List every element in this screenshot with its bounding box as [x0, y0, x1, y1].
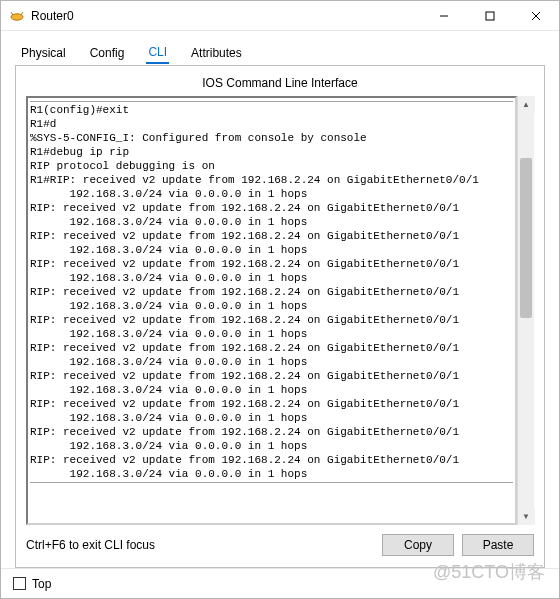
- terminal-line: 192.168.3.0/24 via 0.0.0.0 in 1 hops: [30, 383, 515, 397]
- terminal-line: RIP: received v2 update from 192.168.2.2…: [30, 453, 515, 467]
- tab-attributes[interactable]: Attributes: [189, 43, 244, 63]
- terminal-line: RIP: received v2 update from 192.168.2.2…: [30, 425, 515, 439]
- terminal-line: RIP: received v2 update from 192.168.2.2…: [30, 201, 515, 215]
- terminal-line: 192.168.3.0/24 via 0.0.0.0 in 1 hops: [30, 355, 515, 369]
- scroll-up-icon[interactable]: ▲: [518, 96, 535, 113]
- window-controls: [421, 1, 559, 30]
- cli-panel: IOS Command Line Interface R1(config)#ex…: [15, 65, 545, 568]
- terminal-line: 192.168.3.0/24 via 0.0.0.0 in 1 hops: [30, 411, 515, 425]
- svg-line-1: [11, 12, 13, 15]
- content-area: Physical Config CLI Attributes IOS Comma…: [1, 31, 559, 568]
- terminal-line: R1(config)#exit: [30, 103, 515, 117]
- window-title: Router0: [31, 9, 421, 23]
- terminal-line: RIP: received v2 update from 192.168.2.2…: [30, 369, 515, 383]
- terminal-line: 192.168.3.0/24 via 0.0.0.0 in 1 hops: [30, 271, 515, 285]
- scroll-down-icon[interactable]: ▼: [518, 508, 535, 525]
- terminal-line: RIP: received v2 update from 192.168.2.2…: [30, 397, 515, 411]
- terminal-line: RIP: received v2 update from 192.168.2.2…: [30, 285, 515, 299]
- minimize-button[interactable]: [421, 1, 467, 30]
- top-label: Top: [32, 577, 51, 591]
- terminal-line: R1#debug ip rip: [30, 145, 515, 159]
- maximize-button[interactable]: [467, 1, 513, 30]
- terminal-line: RIP: received v2 update from 192.168.2.2…: [30, 313, 515, 327]
- app-window: Router0 Physical Config CLI Attributes I…: [0, 0, 560, 599]
- router-icon: [9, 8, 25, 24]
- top-checkbox[interactable]: [13, 577, 26, 590]
- terminal-line: 192.168.3.0/24 via 0.0.0.0 in 1 hops: [30, 327, 515, 341]
- terminal-line: %SYS-5-CONFIG_I: Configured from console…: [30, 131, 515, 145]
- action-row: Ctrl+F6 to exit CLI focus Copy Paste: [26, 525, 534, 559]
- paste-button[interactable]: Paste: [462, 534, 534, 556]
- bottom-bar: Top: [1, 568, 559, 598]
- terminal-line: RIP: received v2 update from 192.168.2.2…: [30, 229, 515, 243]
- copy-button[interactable]: Copy: [382, 534, 454, 556]
- terminal-line: 192.168.3.0/24 via 0.0.0.0 in 1 hops: [30, 187, 515, 201]
- terminal-line: 192.168.3.0/24 via 0.0.0.0 in 1 hops: [30, 467, 515, 481]
- terminal-line: 192.168.3.0/24 via 0.0.0.0 in 1 hops: [30, 215, 515, 229]
- terminal-line: 192.168.3.0/24 via 0.0.0.0 in 1 hops: [30, 243, 515, 257]
- terminal-line: RIP protocol debugging is on: [30, 159, 515, 173]
- terminal-line: 192.168.3.0/24 via 0.0.0.0 in 1 hops: [30, 299, 515, 313]
- scrollbar-thumb[interactable]: [520, 158, 532, 318]
- tab-physical[interactable]: Physical: [19, 43, 68, 63]
- vertical-scrollbar[interactable]: ▲ ▼: [517, 96, 534, 525]
- svg-line-2: [21, 12, 23, 15]
- cli-output[interactable]: R1(config)#exitR1#d%SYS-5-CONFIG_I: Conf…: [26, 96, 517, 525]
- close-button[interactable]: [513, 1, 559, 30]
- terminal-line: RIP: received v2 update from 192.168.2.2…: [30, 341, 515, 355]
- tab-bar: Physical Config CLI Attributes: [15, 41, 545, 65]
- terminal-line: R1#RIP: received v2 update from 192.168.…: [30, 173, 515, 187]
- focus-hint: Ctrl+F6 to exit CLI focus: [26, 538, 155, 552]
- scrollbar-track[interactable]: [518, 113, 534, 508]
- terminal-line: 192.168.3.0/24 via 0.0.0.0 in 1 hops: [30, 439, 515, 453]
- button-group: Copy Paste: [382, 534, 534, 556]
- panel-title: IOS Command Line Interface: [26, 76, 534, 90]
- terminal-line: RIP: received v2 update from 192.168.2.2…: [30, 257, 515, 271]
- tab-cli[interactable]: CLI: [146, 42, 169, 64]
- terminal-container: R1(config)#exitR1#d%SYS-5-CONFIG_I: Conf…: [26, 96, 534, 525]
- titlebar: Router0: [1, 1, 559, 31]
- svg-rect-4: [486, 12, 494, 20]
- terminal-line: R1#d: [30, 117, 515, 131]
- tab-config[interactable]: Config: [88, 43, 127, 63]
